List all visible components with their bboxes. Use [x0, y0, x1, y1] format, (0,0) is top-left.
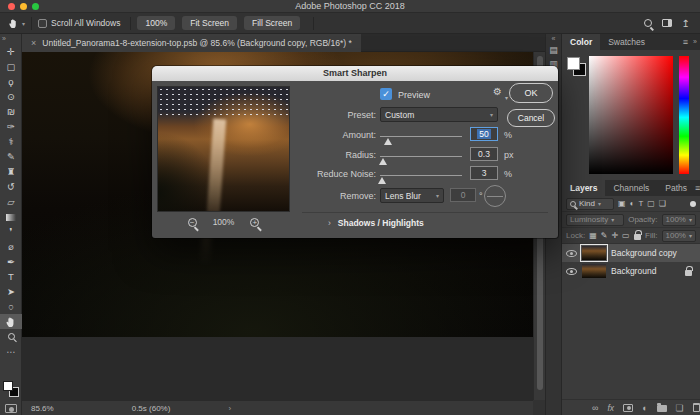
filter-kind-dropdown[interactable]: Kind ▾ — [566, 198, 614, 210]
amount-slider[interactable] — [380, 136, 462, 137]
tool-move[interactable]: ✛ — [0, 44, 22, 59]
tool-ellipse[interactable]: ○ — [0, 299, 22, 314]
amount-input[interactable]: 50 — [470, 127, 498, 141]
foreground-color-swatch[interactable] — [3, 381, 13, 391]
layer-row-background[interactable]: Background — [562, 262, 700, 280]
remove-dropdown[interactable]: Lens Blur▾ — [380, 188, 444, 203]
blend-mode-dropdown[interactable]: Luminosity ▾ — [566, 214, 624, 226]
filter-toggle[interactable] — [690, 201, 696, 207]
filter-pixel-layers-icon[interactable]: ▣ — [618, 199, 626, 208]
share-icon[interactable]: ↥ — [682, 18, 690, 29]
layer-thumbnail[interactable] — [582, 246, 606, 260]
radius-slider-thumb[interactable] — [379, 158, 387, 165]
shadows-highlights-section[interactable]: ›Shadows / Highlights — [328, 218, 424, 228]
filter-smart-objects-icon[interactable]: ❏ — [659, 199, 666, 208]
tool-edit-toolbar[interactable]: ⋯ — [0, 344, 22, 359]
reduce-noise-slider[interactable] — [380, 175, 462, 176]
tool-crop[interactable]: ₪ — [0, 104, 22, 119]
layer-name[interactable]: Background copy — [611, 248, 677, 258]
document-tab[interactable]: × Untitled_Panorama1-8-extension-top.psb… — [22, 34, 361, 52]
hue-slider[interactable] — [679, 56, 689, 174]
tool-type[interactable]: T — [0, 269, 22, 284]
layer-style-fx-icon[interactable]: fx — [607, 403, 614, 413]
tab-paths[interactable]: Paths — [657, 180, 695, 196]
tool-eraser[interactable]: ▱ — [0, 194, 22, 209]
fit-screen-button[interactable]: Fit Screen — [182, 16, 237, 30]
lock-paint-icon[interactable]: ✎ — [601, 231, 608, 240]
layer-thumbnail[interactable] — [582, 264, 606, 278]
panel-menu-icon[interactable]: ≡ — [683, 34, 693, 50]
tool-hand[interactable] — [0, 314, 22, 329]
new-group-icon[interactable] — [657, 405, 667, 412]
lock-position-icon[interactable]: ✛ — [611, 231, 618, 240]
tool-dodge[interactable]: ⌀ — [0, 239, 22, 254]
filter-adjustment-layers-icon[interactable]: ◐ — [630, 199, 635, 208]
lock-transparency-icon[interactable]: ▦ — [589, 231, 597, 240]
tool-pen[interactable]: ✒ — [0, 254, 22, 269]
reduce-noise-input[interactable]: 3 — [470, 166, 498, 180]
fill-dropdown[interactable]: 100% ▾ — [662, 230, 696, 242]
layer-visibility-eye-icon[interactable] — [566, 268, 577, 275]
scroll-all-windows-checkbox[interactable] — [38, 19, 47, 28]
sharpen-preview-image[interactable] — [157, 86, 290, 212]
add-layer-mask-icon[interactable] — [623, 404, 633, 412]
dialog-title[interactable]: Smart Sharpen — [152, 66, 558, 81]
quick-mask-button[interactable] — [5, 404, 17, 413]
tool-preset-chevron-icon[interactable]: ▾ — [22, 20, 25, 27]
tool-clone-stamp[interactable]: ♜ — [0, 164, 22, 179]
tool-blur[interactable]: ❜ — [0, 224, 22, 239]
tool-spot-healing-brush[interactable]: ⚕ — [0, 134, 22, 149]
tool-zoom[interactable] — [0, 329, 22, 344]
link-layers-icon[interactable]: ∞ — [592, 403, 598, 413]
fill-screen-button[interactable]: Fill Screen — [244, 16, 300, 30]
new-adjustment-layer-icon[interactable]: ◐ — [642, 403, 647, 413]
zoom-100-button[interactable]: 100% — [137, 16, 175, 30]
filter-shape-layers-icon[interactable]: ▢ — [647, 199, 655, 208]
lock-artboard-icon[interactable]: ▭ — [622, 231, 630, 240]
tool-path-selection[interactable]: ➤ — [0, 284, 22, 299]
radius-slider[interactable] — [380, 156, 462, 157]
zoom-out-icon[interactable]: − — [188, 218, 197, 227]
panel-menu-icon[interactable]: ≡ — [695, 180, 700, 196]
tool-history-brush[interactable]: ↺ — [0, 179, 22, 194]
amount-slider-thumb[interactable] — [384, 138, 392, 145]
filter-type-layers-icon[interactable]: T — [638, 199, 643, 208]
new-layer-icon[interactable]: ❏ — [676, 403, 684, 413]
tab-channels[interactable]: Channels — [605, 180, 657, 196]
tool-brush[interactable]: ✎ — [0, 149, 22, 164]
cancel-button[interactable]: Cancel — [507, 109, 555, 127]
foreground-color-swatch[interactable] — [567, 57, 580, 70]
tab-swatches[interactable]: Swatches — [600, 34, 653, 50]
opacity-dropdown[interactable]: 100% ▾ — [662, 214, 696, 226]
tool-gradient[interactable] — [0, 209, 22, 224]
tab-layers[interactable]: Layers — [562, 180, 605, 196]
delete-layer-icon[interactable] — [693, 403, 700, 412]
zoom-in-icon[interactable]: + — [250, 218, 259, 227]
saturation-brightness-picker[interactable] — [589, 56, 673, 174]
preview-checkbox[interactable]: ✓ — [380, 88, 392, 100]
tool-eyedropper[interactable]: ✑ — [0, 119, 22, 134]
workspace-icon[interactable] — [662, 19, 672, 27]
tool-rectangular-marquee[interactable]: ▢ — [0, 59, 22, 74]
expand-dock-icon[interactable]: « — [546, 34, 561, 43]
search-icon[interactable] — [644, 19, 652, 27]
preview-zoom-level[interactable]: 100% — [213, 217, 235, 227]
layer-visibility-eye-icon[interactable] — [566, 250, 577, 257]
status-options-chevron-icon[interactable]: › — [228, 404, 231, 413]
layer-row-background-copy[interactable]: Background copy — [562, 244, 700, 262]
gear-icon[interactable]: ⚙ — [493, 86, 502, 97]
close-tab-icon[interactable]: × — [31, 38, 36, 48]
collapse-dock-icon[interactable]: » — [693, 34, 700, 50]
radius-input[interactable]: 0.3 — [470, 147, 498, 161]
layer-name[interactable]: Background — [611, 266, 656, 276]
lock-all-icon[interactable] — [634, 234, 641, 240]
ok-button[interactable]: OK — [509, 83, 553, 103]
properties-panel-icon[interactable]: ▤ — [546, 43, 561, 57]
tool-lasso[interactable]: ϙ — [0, 74, 22, 89]
reduce-noise-slider-thumb[interactable] — [378, 177, 386, 184]
tool-object-selection[interactable]: ⊙ — [0, 89, 22, 104]
hand-tool-icon[interactable] — [8, 17, 19, 28]
status-zoom-level[interactable]: 85.6% — [31, 404, 54, 413]
tab-color[interactable]: Color — [562, 34, 600, 50]
preset-dropdown[interactable]: Custom▾ — [380, 107, 498, 122]
